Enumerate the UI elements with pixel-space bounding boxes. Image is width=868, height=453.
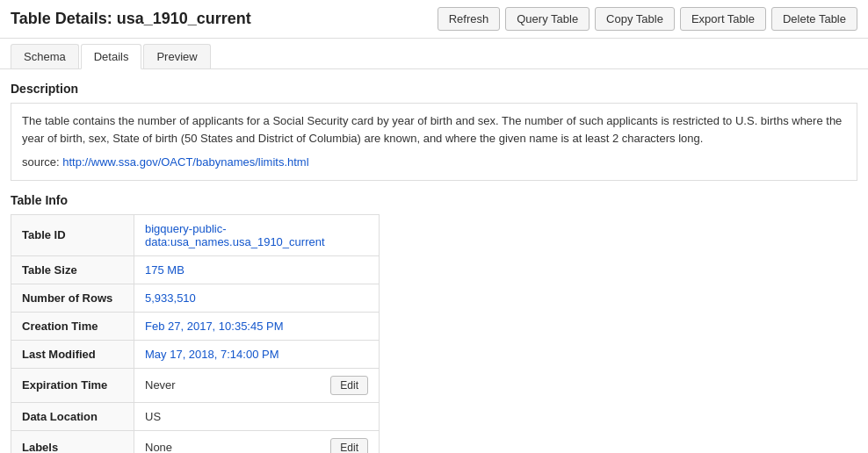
description-heading: Description — [11, 82, 857, 96]
row-value: 5,933,510 — [134, 284, 380, 312]
row-value-text: May 17, 2018, 7:14:00 PM — [145, 348, 278, 361]
row-value: US — [134, 402, 380, 430]
table-row: Last ModifiedMay 17, 2018, 7:14:00 PM — [11, 340, 380, 368]
table-row: Data LocationUS — [11, 402, 380, 430]
row-value-text: 5,933,510 — [145, 291, 196, 305]
table-row: Expiration TimeNeverEdit — [11, 368, 380, 402]
row-label: Table Size — [11, 255, 134, 284]
tab-details[interactable]: Details — [81, 44, 142, 69]
page-header: Table Details: usa_1910_current Refresh … — [0, 0, 868, 39]
row-value: NeverEdit — [134, 368, 380, 402]
header-buttons: Refresh Query Table Copy Table Export Ta… — [438, 7, 857, 31]
edit-cell: NoneEdit — [145, 438, 368, 454]
edit-button[interactable]: Edit — [330, 438, 368, 454]
query-table-button[interactable]: Query Table — [505, 7, 590, 31]
row-label: Last Modified — [11, 340, 134, 368]
export-table-button[interactable]: Export Table — [680, 7, 766, 31]
source-link[interactable]: http://www.ssa.gov/OACT/babynames/limits… — [62, 155, 308, 169]
row-value: bigquery-public-data:usa_names.usa_1910_… — [134, 214, 380, 255]
row-value-text: Never — [145, 378, 176, 392]
edit-cell: NeverEdit — [145, 376, 368, 395]
tab-preview[interactable]: Preview — [143, 44, 210, 68]
table-id-link[interactable]: bigquery-public-data:usa_names.usa_1910_… — [145, 222, 325, 248]
table-info-heading: Table Info — [11, 193, 857, 207]
refresh-button[interactable]: Refresh — [438, 7, 501, 31]
table-row: Table IDbigquery-public-data:usa_names.u… — [11, 214, 380, 255]
table-row: LabelsNoneEdit — [11, 430, 380, 453]
row-value: 175 MB — [134, 255, 380, 284]
table-row: Number of Rows5,933,510 — [11, 284, 380, 312]
copy-table-button[interactable]: Copy Table — [595, 7, 675, 31]
row-value-text: Feb 27, 2017, 10:35:45 PM — [145, 320, 284, 333]
source-line: source: http://www.ssa.gov/OACT/babyname… — [22, 154, 846, 171]
tab-bar: Schema Details Preview — [0, 39, 868, 69]
source-label: source: — [22, 155, 60, 169]
row-value: Feb 27, 2017, 10:35:45 PM — [134, 312, 380, 340]
row-label: Table ID — [11, 214, 134, 255]
table-row: Table Size175 MB — [11, 255, 380, 284]
content-area: Description The table contains the numbe… — [0, 69, 868, 453]
row-label: Data Location — [11, 402, 134, 430]
edit-button[interactable]: Edit — [330, 376, 368, 395]
row-value-text: None — [145, 441, 172, 453]
description-text: The table contains the number of applica… — [22, 112, 846, 147]
row-value: NoneEdit — [134, 430, 380, 453]
row-value-text: 175 MB — [145, 263, 184, 277]
delete-table-button[interactable]: Delete Table — [771, 7, 857, 31]
page-title: Table Details: usa_1910_current — [11, 10, 251, 28]
tab-schema[interactable]: Schema — [11, 44, 79, 68]
row-label: Creation Time — [11, 312, 134, 340]
table-row: Creation TimeFeb 27, 2017, 10:35:45 PM — [11, 312, 380, 340]
row-value: May 17, 2018, 7:14:00 PM — [134, 340, 380, 368]
row-label: Number of Rows — [11, 284, 134, 312]
row-label: Labels — [11, 430, 134, 453]
description-box: The table contains the number of applica… — [11, 103, 857, 181]
row-label: Expiration Time — [11, 368, 134, 402]
info-table: Table IDbigquery-public-data:usa_names.u… — [11, 214, 380, 454]
